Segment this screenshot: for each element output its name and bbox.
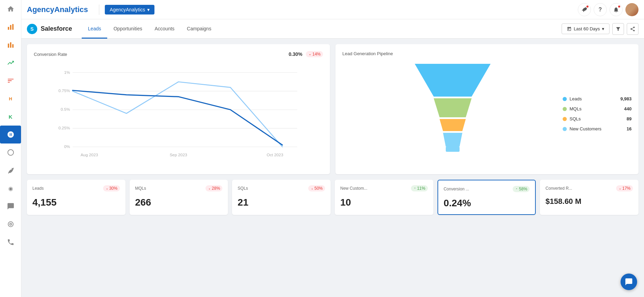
svg-rect-3	[8, 43, 9, 48]
rocket-badge	[586, 5, 589, 8]
stat-leads-change: 30%	[103, 185, 120, 191]
stat-card-leads-header: Leads 30%	[32, 185, 120, 191]
conversion-card-right: 0.30% 14%	[289, 51, 323, 57]
stat-card-conversion-header: Conversion ... 58%	[444, 186, 530, 192]
svg-text:0.25%: 0.25%	[58, 126, 70, 130]
sidebar-item-klipfolio[interactable]: K	[0, 108, 21, 126]
stat-sqls-label: SQLs	[238, 186, 248, 191]
funnel-svg	[411, 64, 494, 164]
sidebar-item-hubspot[interactable]: H	[0, 90, 21, 108]
legend-new-customers: New Customers 16	[563, 126, 632, 131]
svg-text:0%: 0%	[64, 144, 70, 149]
notifications-icon-button[interactable]	[610, 3, 623, 16]
sidebar-item-chat[interactable]	[0, 197, 21, 215]
conversion-chart: 1% 0.75% 0.5% 0.25% 0% Aug 2023 Sep 2023…	[34, 61, 323, 158]
mqls-dot	[563, 107, 567, 111]
tab-leads[interactable]: Leads	[82, 19, 107, 39]
svg-text:Aug 2023: Aug 2023	[81, 152, 98, 157]
svg-text:1%: 1%	[64, 70, 70, 75]
conversion-change-badge: 14%	[306, 51, 323, 57]
stat-conversion-label: Conversion ...	[444, 187, 469, 191]
tab-bar: S Salesforce Leads Opportunities Account…	[21, 19, 644, 39]
sidebar-item-listen[interactable]	[0, 215, 21, 233]
stat-revenue-value: $158.60 M	[545, 197, 633, 206]
sidebar-item-growth[interactable]	[0, 54, 21, 72]
tab-accounts[interactable]: Accounts	[149, 19, 181, 39]
sf-logo-letter: S	[30, 26, 33, 32]
logo-text1: Agency	[27, 5, 54, 14]
stat-card-conversion-rate: Conversion ... 58% 0.24%	[437, 180, 536, 215]
bottom-stat-cards: Leads 30% 4,155 MQLs 28% 266	[27, 180, 638, 215]
svg-rect-0	[8, 27, 9, 30]
stat-new-customers-value: 10	[340, 197, 428, 208]
svg-rect-23	[446, 147, 460, 152]
sidebar-item-chart1[interactable]	[0, 18, 21, 36]
stat-mqls-change: 28%	[205, 185, 222, 191]
stat-card-mqls-header: MQLs 28%	[135, 185, 223, 191]
svg-marker-22	[443, 133, 462, 147]
svg-marker-21	[440, 119, 466, 131]
svg-rect-2	[12, 24, 13, 30]
svg-marker-20	[434, 98, 472, 117]
svg-rect-1	[10, 25, 11, 30]
sidebar-item-leaf[interactable]	[0, 161, 21, 179]
stat-conversion-change: 58%	[513, 186, 530, 192]
svg-text:Sep 2023: Sep 2023	[170, 152, 187, 157]
agency-dropdown-button[interactable]: AgencyAnalytics ▾	[105, 5, 154, 14]
sqls-value: 89	[618, 116, 632, 121]
conversion-card-title: Conversion Rate	[34, 52, 67, 57]
rocket-icon-button[interactable]	[578, 3, 591, 16]
stat-conversion-value: 0.24%	[444, 198, 530, 209]
sidebar-item-salesforce[interactable]	[0, 126, 21, 143]
stat-card-converted-revenue: Converted R... 17% $158.60 M	[540, 180, 638, 215]
tab-opportunities[interactable]: Opportunities	[107, 19, 148, 39]
top-nav: AgencyAnalytics AgencyAnalytics ▾ ?	[21, 0, 644, 19]
svg-rect-4	[10, 42, 11, 48]
share-button[interactable]	[627, 23, 638, 35]
conversion-rate-value: 0.30%	[289, 51, 302, 57]
pipeline-card-title: Lead Generation Pipeline	[342, 51, 393, 56]
salesforce-title: Salesforce	[41, 25, 72, 32]
conversion-rate-card: Conversion Rate 0.30% 14%	[27, 44, 330, 174]
help-icon-button[interactable]: ?	[594, 3, 607, 16]
app-logo: AgencyAnalytics	[27, 5, 88, 14]
stat-card-sqls-header: SQLs 50%	[238, 185, 325, 191]
leads-value: 9,983	[618, 96, 632, 101]
stat-revenue-change: 17%	[616, 185, 633, 191]
sidebar-item-circle[interactable]: ◉	[0, 179, 21, 197]
logo-text2: Analytics	[54, 5, 88, 14]
stat-card-new-customers-header: New Custom... 11%	[340, 185, 428, 191]
conversion-change-value: 14%	[312, 52, 321, 57]
sidebar-item-ring[interactable]	[0, 143, 21, 161]
pipeline-legend: Leads 9,983 MQLs 440 SQLs 89	[563, 96, 632, 131]
leads-dot	[563, 97, 567, 101]
chat-bubble-button[interactable]	[621, 274, 637, 290]
agency-btn-label: AgencyAnalytics	[110, 7, 145, 12]
date-range-button[interactable]: Last 60 Days ▾	[562, 23, 610, 34]
top-cards-row: Conversion Rate 0.30% 14%	[27, 44, 638, 174]
stat-sqls-value: 21	[238, 197, 325, 208]
sidebar-item-campaigns[interactable]	[0, 72, 21, 90]
filter-button[interactable]	[612, 23, 624, 35]
svg-text:0.75%: 0.75%	[58, 88, 70, 93]
sidebar-item-chart2[interactable]	[0, 36, 21, 54]
mqls-value: 440	[618, 106, 632, 111]
stat-card-new-customers: New Custom... 11% 10	[335, 180, 433, 215]
user-avatar[interactable]	[625, 3, 638, 16]
legend-mqls: MQLs 440	[563, 106, 632, 111]
sidebar-item-home[interactable]	[0, 0, 21, 18]
dropdown-arrow-icon: ▾	[147, 7, 150, 12]
sidebar-item-phone[interactable]	[0, 233, 21, 251]
leads-label: Leads	[570, 96, 615, 101]
tab-campaigns[interactable]: Campaigns	[181, 19, 218, 39]
page-content: Conversion Rate 0.30% 14%	[21, 39, 644, 297]
svg-marker-19	[415, 64, 491, 97]
legend-leads: Leads 9,983	[563, 96, 632, 101]
tabs-container: Leads Opportunities Accounts Campaigns	[82, 19, 562, 38]
stat-leads-value: 4,155	[32, 197, 120, 208]
svg-text:Oct 2023: Oct 2023	[267, 152, 283, 157]
date-dropdown-icon: ▾	[602, 26, 604, 31]
salesforce-logo: S	[27, 24, 37, 34]
stat-leads-label: Leads	[32, 186, 44, 191]
new-customers-value: 16	[618, 126, 632, 131]
